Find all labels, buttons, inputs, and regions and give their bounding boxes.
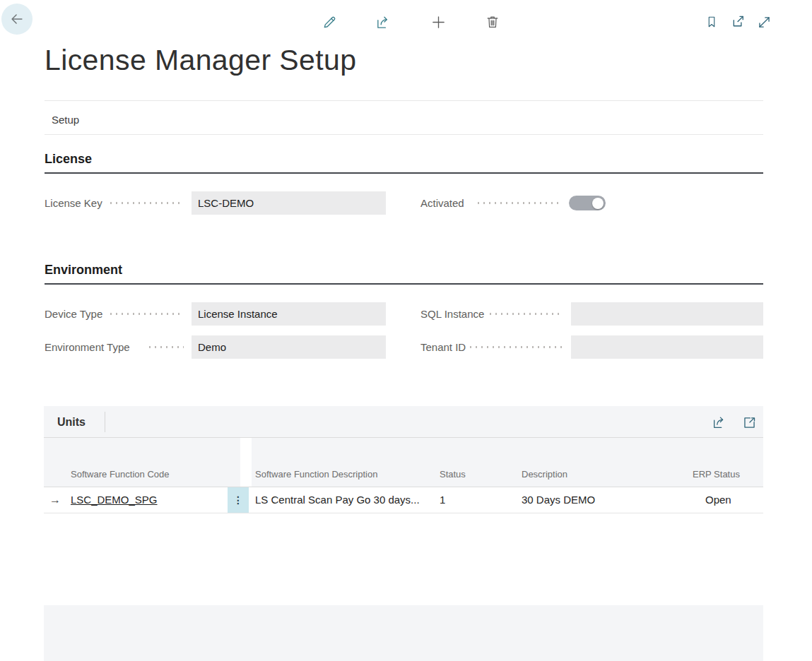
dotted-leader	[108, 202, 184, 204]
section-title-environment: Environment	[45, 263, 122, 278]
units-title: Units	[57, 406, 86, 438]
expand-button[interactable]	[755, 13, 772, 30]
license-key-field[interactable]: LSC-DEMO	[192, 191, 386, 215]
activated-label: Activated	[420, 191, 464, 215]
status-cell: 1	[440, 487, 445, 513]
sql-instance-label: SQL Instance	[420, 302, 484, 326]
column-header-status[interactable]: Status	[440, 468, 466, 482]
tenant-id-field[interactable]	[571, 335, 763, 359]
divider	[45, 134, 763, 135]
table-empty-area	[44, 513, 763, 605]
delete-button[interactable]	[484, 13, 501, 30]
share-button[interactable]	[375, 13, 392, 30]
bookmark-button[interactable]	[704, 13, 719, 30]
license-manager-setup-page: License Manager Setup Setup License Lice…	[0, 0, 812, 661]
table-row[interactable]: → LSC_DEMO_SPG ⋮ LS Central Scan Pay Go …	[44, 487, 763, 513]
tenant-id-label: Tenant ID	[420, 335, 466, 359]
dotted-leader	[147, 346, 184, 348]
popout-button[interactable]	[729, 13, 748, 30]
dotted-leader	[476, 202, 562, 204]
environment-type-label: Environment Type	[45, 335, 130, 359]
environment-type-field[interactable]: Demo	[192, 335, 386, 359]
activated-toggle[interactable]	[569, 196, 606, 210]
toggle-knob	[592, 198, 604, 209]
page-title: License Manager Setup	[45, 44, 356, 77]
units-card: Units Software Function Code Software Fu…	[44, 406, 763, 661]
description-cell: 30 Days DEMO	[522, 487, 595, 513]
trash-icon	[485, 14, 500, 30]
edit-pencil-icon	[322, 14, 338, 30]
fullscreen-expand-icon	[757, 15, 772, 30]
dotted-leader	[488, 313, 562, 315]
bookmark-icon	[705, 14, 718, 30]
share-icon	[375, 14, 392, 30]
erp-status-cell: Open	[705, 487, 731, 513]
tab-setup[interactable]: Setup	[52, 106, 79, 134]
row-menu-button[interactable]: ⋮	[228, 487, 249, 513]
back-button[interactable]	[1, 4, 33, 35]
license-key-label: License Key	[45, 191, 102, 215]
section-title-license: License	[45, 152, 92, 167]
dotted-leader	[108, 313, 184, 315]
section-rule	[45, 172, 763, 174]
open-card-icon	[742, 415, 757, 430]
device-type-field[interactable]: License Instance	[192, 302, 386, 326]
dotted-leader	[468, 346, 562, 348]
column-gap	[240, 438, 252, 487]
software-function-code-link[interactable]: LSC_DEMO_SPG	[71, 487, 158, 513]
column-header-software-function-description[interactable]: Software Function Description	[255, 468, 377, 482]
active-row-marker: →	[49, 487, 61, 513]
open-in-new-window-icon	[731, 14, 747, 30]
units-open-card-button[interactable]	[741, 414, 758, 431]
ellipsis-icon: ⋮	[233, 494, 243, 506]
column-header-erp-status[interactable]: ERP Status	[693, 468, 740, 482]
sql-instance-field[interactable]	[571, 302, 763, 326]
new-button[interactable]	[430, 13, 447, 30]
software-function-description-cell: LS Central Scan Pay Go 30 days...	[255, 487, 435, 513]
divider	[105, 412, 105, 432]
share-icon	[712, 415, 727, 430]
plus-icon	[430, 14, 447, 30]
section-rule	[45, 283, 763, 285]
divider	[45, 100, 763, 101]
back-arrow-icon	[9, 11, 25, 27]
divider	[44, 437, 763, 438]
device-type-label: Device Type	[45, 302, 102, 326]
edit-button[interactable]	[321, 13, 338, 30]
column-header-software-function-code[interactable]: Software Function Code	[71, 468, 169, 482]
units-share-button[interactable]	[711, 414, 728, 431]
column-header-description[interactable]: Description	[522, 468, 567, 482]
